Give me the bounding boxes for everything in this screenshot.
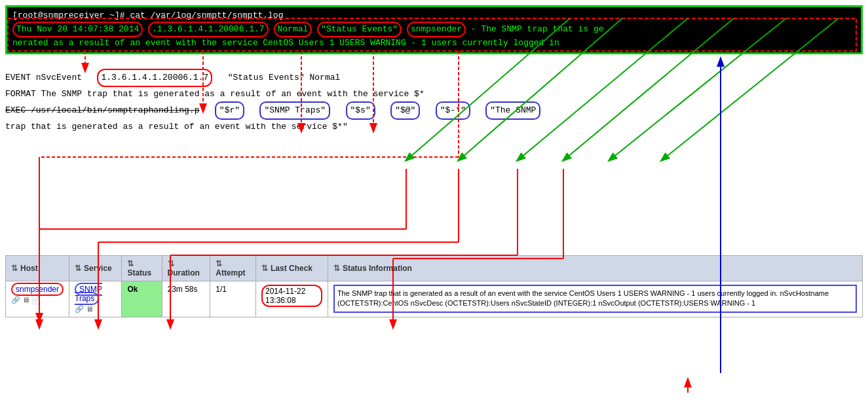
table-header-row: ⇅Host ⇅Service ⇅Status ⇅Duration ⇅Attemp… [6,256,863,281]
th-status-info: ⇅Status Information [328,256,862,281]
host-icons: 🔗 🖥 📄 [11,296,64,304]
last-check-circle: 2014-11-22 13:36:08 [261,285,322,307]
terminal-rest: - The SNMP trap that is ge [471,24,604,34]
exec-strikethrough: EXEC /usr/local/bin/snmptraphandling.p [5,105,199,115]
arg-r: "$r" [215,101,244,120]
exec-line: EXEC /usr/local/bin/snmptraphandling.p "… [5,101,863,120]
event-line: EVENT nSvcEvent 1.3.6.1.4.1.20006.1.7 "S… [5,69,863,87]
sort-icon-service: ⇅ [75,264,81,273]
format-line: FORMAT The SNMP trap that is generated a… [5,87,863,101]
status-events-circle: "Status Events" [317,22,402,37]
table-row: snmpsender 🔗 🖥 📄 SNMP Traps 🔗 🖥 Ok 23m 5… [6,281,863,317]
sort-icon-last-check: ⇅ [261,264,268,273]
sort-icon-attempt: ⇅ [216,259,222,268]
arg-snmp-traps: "SNMP Traps" [259,101,330,120]
arg-star: "$-*" [436,101,470,120]
td-status: Ok [122,281,162,317]
timestamp-circle: Thu Nov 20 14:07:38 2014 [12,22,143,37]
th-duration: ⇅Duration [162,256,210,281]
arg-at: "$@" [390,101,420,120]
terminal-block: [root@snmpreceiver ~]# cat /var/log/snmp… [5,5,863,54]
td-last-check: 2014-11-22 13:36:08 [255,281,328,317]
service-icons: 🔗 🖥 [75,305,116,313]
terminal-log-line2: nerated as a result of an event with the… [12,37,856,49]
td-duration: 23m 58s [162,281,210,317]
terminal-prompt: [root@snmpreceiver ~]# cat /var/log/snmp… [12,10,856,22]
service-table: ⇅Host ⇅Service ⇅Status ⇅Duration ⇅Attemp… [5,255,863,317]
terminal-log-line: Thu Nov 20 14:07:38 2014 .1.3.6.1.4.1.20… [12,22,856,37]
td-attempt: 1/1 [210,281,256,317]
sort-icon-host: ⇅ [11,264,18,273]
arg-the-snmp: "The SNMP [485,101,540,120]
service-link[interactable]: SNMP Traps [75,283,102,305]
sort-icon-duration: ⇅ [168,259,174,268]
th-service: ⇅Service [69,256,122,281]
th-attempt: ⇅Attempt [210,256,256,281]
oid-circle-terminal: .1.3.6.1.4.1.20006.1.7 [148,22,269,37]
config-block: EVENT nSvcEvent 1.3.6.1.4.1.20006.1.7 "S… [5,69,863,134]
th-status: ⇅Status [122,256,162,281]
oid-circle-config: 1.3.6.1.4.1.20006.1.7 [97,69,212,87]
td-status-info: The SNMP trap that is generated as a res… [328,281,862,317]
arg-s: "$s" [346,101,375,120]
status-info-box: The SNMP trap that is generated as a res… [333,285,857,313]
host-link[interactable]: snmpsender [11,283,64,296]
th-last-check: ⇅Last Check [255,256,328,281]
table-section: ⇅Host ⇅Service ⇅Status ⇅Duration ⇅Attemp… [5,255,863,317]
sort-icon-status: ⇅ [127,259,134,268]
snmpsender-circle-terminal: snmpsender [407,22,466,37]
normal-circle: Normal [274,22,312,37]
annotation-layer [0,0,868,411]
exec-line2: trap that is generated as a result of an… [5,120,863,134]
td-service: SNMP Traps 🔗 🖥 [69,281,122,317]
th-host: ⇅Host [6,256,69,281]
td-host: snmpsender 🔗 🖥 📄 [6,281,69,317]
sort-icon-status-info: ⇅ [333,264,340,273]
